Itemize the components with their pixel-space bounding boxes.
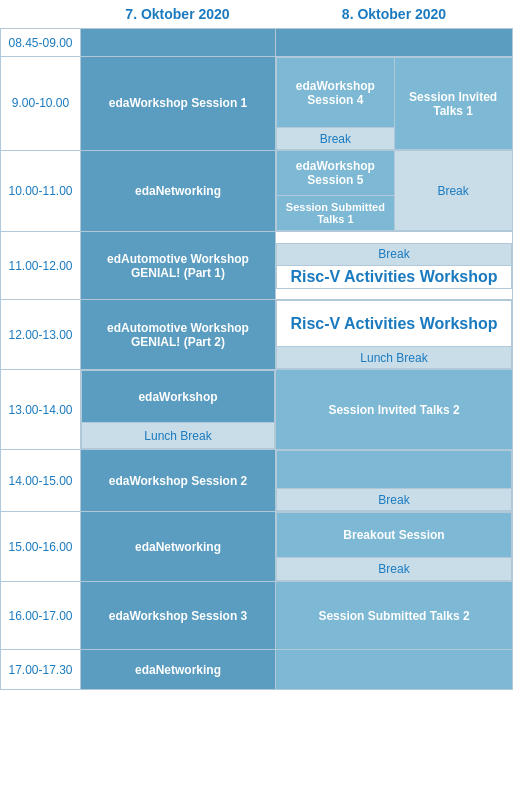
submitted-talks-2: Session Submitted Talks 2 <box>276 582 513 650</box>
break-cell-1500: Break <box>277 558 512 581</box>
header-table: 7. Oktober 2020 8. Oktober 2020 <box>0 0 513 28</box>
invited-talks-2: Session Invited Talks 2 <box>276 370 513 450</box>
risc-v-cell-top: Risc-V Activities Workshop <box>277 265 512 288</box>
time-cell-1700: 17.00-17.30 <box>1 650 81 690</box>
col8-complex-900: edaWorkshop Session 4 Session Invited Ta… <box>276 57 513 151</box>
break-cell-1400: Break <box>277 489 512 511</box>
session5-cell: edaWorkshop Session 5 <box>277 151 395 196</box>
eda-workshop-big: edaWorkshop <box>82 371 275 423</box>
time-cell-1600: 16.00-17.00 <box>1 582 81 650</box>
col7-header: 7. Oktober 2020 <box>80 0 275 28</box>
submitted-talks-1: Session Submitted Talks 1 <box>277 196 395 231</box>
col7-networking1: edaNetworking <box>81 150 276 232</box>
time-header <box>0 0 80 28</box>
time-cell-1500: 15.00-16.00 <box>1 512 81 582</box>
col7-networking3: edaNetworking <box>81 650 276 690</box>
col8-complex-1500: Breakout Session Break <box>276 512 513 582</box>
col8-complex-1000: edaWorkshop Session 5 Break Session Subm… <box>276 150 513 232</box>
break-after-invited: Break <box>394 151 512 231</box>
risc-v-cell: Risc-V Activities Workshop <box>277 301 512 347</box>
time-cell-1100: 11.00-12.00 <box>1 232 81 300</box>
session4-cell: edaWorkshop Session 4 <box>277 58 395 128</box>
time-cell-0845: 08.45-09.00 <box>1 29 81 57</box>
col7-networking2: edaNetworking <box>81 512 276 582</box>
breakout-session: Breakout Session <box>277 513 512 558</box>
col8-complex-1100: Break Risc-V Activities Workshop <box>276 232 513 300</box>
lunch-eda: Lunch Break <box>82 423 275 449</box>
col7-session2: edaWorkshop Session 2 <box>81 450 276 512</box>
schedule-container: 7. Oktober 2020 8. Oktober 2020 08.45-09… <box>0 0 513 690</box>
time-cell-1300: 13.00-14.00 <box>1 370 81 450</box>
time-cell-1400: 14.00-15.00 <box>1 450 81 512</box>
col7-session3: edaWorkshop Session 3 <box>81 582 276 650</box>
col8-header: 8. Oktober 2020 <box>275 0 513 28</box>
col7-cell-0845 <box>81 29 276 57</box>
col7-complex-1300: edaWorkshop Lunch Break <box>81 370 276 450</box>
time-cell-1000: 10.00-11.00 <box>1 150 81 232</box>
col8-complex-1400: Break <box>276 450 513 512</box>
schedule-table: 08.45-09.00 9.00-10.00 edaWorkshop Sessi… <box>0 28 513 690</box>
col7-automotive2: edAutomotive Workshop GENIAL! (Part 2) <box>81 300 276 370</box>
time-cell-1200: 12.00-13.00 <box>1 300 81 370</box>
col7-session1: edaWorkshop Session 1 <box>81 57 276 151</box>
break-cell-900: Break <box>277 128 395 150</box>
invited-talks-1-cell: Session Invited Talks 1 <box>394 58 512 150</box>
col8-cell-0845 <box>276 29 513 57</box>
time-cell-900: 9.00-10.00 <box>1 57 81 151</box>
break-cell-1100: Break <box>277 243 512 265</box>
col7-automotive1: edAutomotive Workshop GENIAL! (Part 1) <box>81 232 276 300</box>
invited-talks-2-continued <box>277 451 512 489</box>
lunch-risc: Lunch Break <box>277 347 512 369</box>
col8-complex-1200: Risc-V Activities Workshop Lunch Break <box>276 300 513 370</box>
col8-empty-1700 <box>276 650 513 690</box>
